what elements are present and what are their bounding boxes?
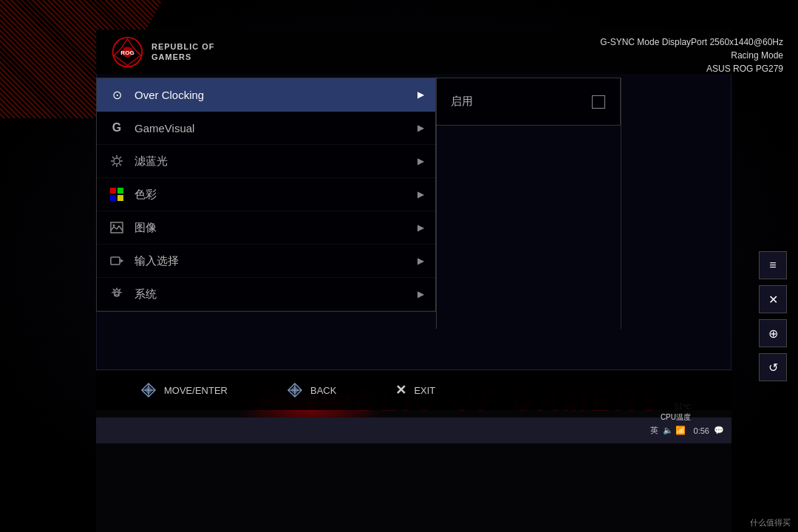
gamevisual-label: GameVisual (134, 122, 417, 134)
image-arrow: ▶ (417, 222, 424, 233)
svg-line-10 (120, 164, 122, 166)
enable-label: 启用 (451, 95, 473, 109)
menu-item-bluelight[interactable]: 滤蓝光 ▶ (97, 145, 435, 178)
svg-rect-13 (110, 188, 116, 194)
menu-item-system[interactable]: 系统 ▶ (97, 278, 435, 311)
move-enter-label: MOVE/ENTER (164, 385, 228, 396)
image-icon (108, 219, 126, 236)
input-icon (108, 252, 126, 270)
menu-item-color[interactable]: 色彩 ▶ (97, 178, 435, 211)
svg-line-12 (112, 164, 115, 166)
osd-menu: ⊙ Over Clocking ▶ G GameVisual ▶ 滤蓝光 ▶ 色… (96, 78, 436, 312)
watermark: 什么值得买 (750, 517, 791, 528)
color-arrow: ▶ (417, 189, 424, 200)
system-label: 系统 (134, 287, 417, 301)
taskbar-icons: 🔈 📶 (663, 426, 686, 435)
color-icon (108, 185, 126, 203)
side-refresh-btn[interactable]: ↺ (759, 353, 787, 381)
system-icon (108, 285, 126, 303)
nav-move-enter: MOVE/ENTER (140, 382, 228, 398)
svg-text:ROG: ROG (120, 50, 134, 56)
gamevisual-arrow: ▶ (417, 123, 424, 133)
menu-item-overclocking[interactable]: ⊙ Over Clocking ▶ (97, 78, 435, 112)
taskbar-lang: 英 (650, 425, 658, 436)
overclocking-arrow: ▶ (417, 89, 424, 100)
system-arrow: ▶ (417, 289, 424, 299)
taskbar-time: 0:56 (694, 426, 709, 435)
taskbar: 英 🔈 📶 0:56 💬 (96, 417, 732, 443)
svg-rect-15 (110, 195, 116, 201)
enable-checkbox[interactable] (592, 95, 605, 109)
input-arrow: ▶ (417, 256, 424, 266)
exit-icon: ✕ (395, 382, 406, 398)
image-label: 图像 (134, 221, 417, 235)
side-menu-btn[interactable]: ≡ (759, 251, 787, 279)
vline1 (436, 78, 437, 329)
svg-rect-14 (117, 188, 123, 194)
side-panel: ≡ ✕ ⊕ ↺ (759, 251, 787, 381)
side-gamepad-btn[interactable]: ⊕ (759, 319, 787, 347)
overclocking-icon: ⊙ (108, 86, 126, 103)
overclocking-label: Over Clocking (134, 89, 417, 101)
taskbar-chat-icon: 💬 (714, 426, 724, 435)
nav-back: BACK (287, 382, 336, 398)
svg-rect-16 (117, 195, 123, 201)
svg-rect-19 (111, 257, 120, 265)
svg-point-4 (114, 158, 120, 164)
svg-point-18 (113, 225, 115, 227)
menu-item-image[interactable]: 图像 ▶ (97, 211, 435, 245)
bluelight-icon (108, 152, 126, 170)
back-label: BACK (310, 385, 336, 396)
rog-logo: ROG REPUBLIC OF GAMERS (111, 35, 215, 69)
submenu-enable[interactable]: 启用 (436, 86, 620, 117)
side-close-btn[interactable]: ✕ (759, 285, 787, 313)
color-label: 色彩 (134, 188, 417, 202)
exit-label: EXIT (414, 385, 435, 396)
nav-exit: ✕ EXIT (395, 382, 435, 398)
svg-line-11 (120, 157, 122, 159)
gamevisual-icon: G (108, 119, 126, 137)
cpu-temp-label: CPU温度 (661, 412, 691, 423)
vline2 (621, 78, 621, 329)
rog-emblem-icon: ROG (111, 35, 144, 69)
bluelight-label: 滤蓝光 (134, 154, 417, 168)
input-label: 输入选择 (134, 254, 417, 268)
menu-item-input[interactable]: 输入选择 ▶ (97, 245, 435, 278)
submenu-panel: 启用 (436, 78, 621, 126)
svg-line-9 (112, 157, 115, 159)
move-enter-icon (140, 382, 157, 398)
back-icon (287, 382, 303, 398)
menu-item-gamevisual[interactable]: G GameVisual ▶ (97, 112, 435, 145)
rog-text: REPUBLIC OF GAMERS (151, 41, 215, 63)
monitor-info: G-SYNC Mode DisplayPort 2560x1440@60Hz R… (600, 35, 783, 75)
nav-bar: MOVE/ENTER BACK ✕ EXIT (96, 369, 732, 410)
bluelight-arrow: ▶ (417, 156, 424, 166)
